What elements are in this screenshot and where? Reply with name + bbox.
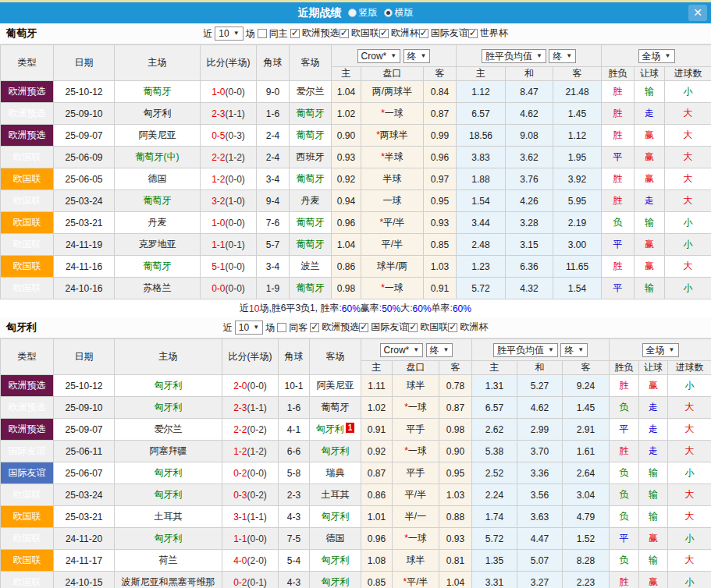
match-date: 25-09-10 bbox=[54, 397, 115, 419]
bookmaker-dropdown[interactable]: Crow*▼ bbox=[380, 343, 424, 357]
goals-result-cell: 小 bbox=[665, 234, 711, 256]
col-type: 类型 bbox=[1, 45, 54, 81]
league-checkbox[interactable]: 世界杯 bbox=[468, 27, 508, 40]
checkbox-icon[interactable] bbox=[359, 323, 368, 332]
match-count-dropdown[interactable]: 10▼ bbox=[235, 321, 263, 335]
result-cell: 负 bbox=[610, 484, 639, 506]
same-venue-checkbox[interactable]: 同客 bbox=[277, 321, 308, 335]
avg-draw: 4.26 bbox=[506, 190, 553, 212]
handicap-text: 半/一 bbox=[405, 511, 426, 522]
home-odds: 0.92 bbox=[332, 168, 361, 190]
handicap-result-cell: 赢 bbox=[635, 168, 665, 190]
col-odds-away: 客 bbox=[439, 361, 472, 375]
result-cell: 平 bbox=[610, 528, 639, 550]
avg-away: 2.64 bbox=[563, 462, 610, 484]
layout-radio-horizontal[interactable]: 横版 bbox=[384, 6, 414, 19]
checkbox-icon[interactable] bbox=[290, 29, 300, 38]
league-checkbox[interactable]: 国际友谊 bbox=[419, 27, 468, 40]
halftime-score: (1-1) bbox=[247, 512, 267, 522]
odds-period-dropdown[interactable]: 终▼ bbox=[426, 343, 453, 357]
handicap-text: 平手 bbox=[407, 423, 425, 434]
odds-period-dropdown[interactable]: 终▼ bbox=[403, 49, 431, 63]
col-result: 胜负 bbox=[610, 361, 639, 375]
checkbox-icon[interactable] bbox=[419, 29, 428, 38]
away-odds: 0.91 bbox=[424, 278, 457, 299]
page-title: 近期战绩 bbox=[298, 6, 342, 20]
home-team: 匈牙利 bbox=[115, 484, 222, 506]
match-count-dropdown[interactable]: 10▼ bbox=[215, 27, 243, 41]
league-checkbox[interactable]: 欧洲预选 bbox=[290, 27, 340, 40]
checkbox-icon[interactable] bbox=[468, 29, 478, 38]
layout-radio-vertical[interactable]: 竖版 bbox=[348, 6, 378, 19]
home-team: 匈牙利 bbox=[115, 462, 222, 484]
result-group-header: 全场▼ bbox=[610, 339, 711, 361]
league-checkbox[interactable]: 欧洲杯 bbox=[379, 27, 419, 40]
radio-checked-icon[interactable] bbox=[384, 9, 393, 17]
match-row: 欧国联25-03-24葡萄牙3-2(1-0)9-4丹麦0.94一球0.951.5… bbox=[1, 190, 711, 212]
corner-cell: 5-7 bbox=[257, 234, 290, 256]
away-team-name: 匈牙利 bbox=[322, 511, 350, 522]
league-label: 国际友谊 bbox=[431, 27, 468, 40]
corner-cell: 9-4 bbox=[257, 190, 290, 212]
avg-draw: 3.27 bbox=[517, 572, 563, 588]
avg-home: 1.54 bbox=[457, 190, 506, 212]
league-checkbox[interactable]: 欧洲预选 bbox=[310, 321, 359, 334]
handicap-text: 平/半 bbox=[382, 239, 403, 250]
avg-period-dropdown[interactable]: 终▼ bbox=[560, 343, 588, 357]
home-odds: 0.96 bbox=[332, 212, 361, 234]
handicap-result-cell: 输 bbox=[639, 506, 668, 528]
away-team-name: 匈牙利 bbox=[322, 576, 350, 587]
league-checkbox[interactable]: 欧国联 bbox=[340, 27, 379, 40]
result-cell: 胜 bbox=[602, 168, 635, 190]
handicap-cell: 两/两球半 bbox=[361, 81, 424, 103]
halftime-score: (0-0) bbox=[226, 87, 245, 97]
checkbox-icon[interactable] bbox=[277, 323, 286, 332]
goals-result-cell: 大 bbox=[668, 419, 711, 441]
wdl-average-dropdown[interactable]: 胜平负均值▼ bbox=[482, 49, 546, 63]
avg-draw: 3.76 bbox=[506, 168, 553, 190]
handicap-cell: *平/半 bbox=[393, 572, 439, 588]
summary-stat: 近 bbox=[240, 302, 249, 315]
col-type: 类型 bbox=[1, 339, 54, 375]
fulltime-score: 2-3 bbox=[233, 402, 247, 413]
avg-home: 6.57 bbox=[457, 103, 506, 125]
checkbox-icon[interactable] bbox=[340, 29, 349, 38]
handicap-cell: 一球 bbox=[361, 190, 424, 212]
chevron-down-icon: ▼ bbox=[233, 28, 240, 39]
handicap-result-cell: 赢 bbox=[639, 528, 668, 550]
result-cell: 胜 bbox=[602, 103, 635, 125]
home-team-name: 阿美尼亚 bbox=[139, 129, 176, 140]
team-name: 葡萄牙 bbox=[6, 27, 37, 41]
checkbox-icon[interactable] bbox=[408, 323, 418, 332]
result-cell: 平 bbox=[602, 147, 635, 168]
avg-draw: 4.47 bbox=[517, 528, 563, 550]
home-team-name: 葡萄牙 bbox=[144, 260, 172, 271]
close-icon[interactable]: ✕ bbox=[688, 5, 707, 21]
chevron-down-icon: ▼ bbox=[566, 51, 572, 62]
checkbox-icon[interactable] bbox=[448, 323, 457, 332]
goals-result-cell: 小 bbox=[668, 572, 711, 588]
result-cell: 负 bbox=[610, 397, 639, 419]
result-cell: 负 bbox=[610, 550, 639, 572]
checkbox-icon[interactable] bbox=[258, 29, 267, 38]
league-checkbox[interactable]: 国际友谊 bbox=[359, 321, 408, 334]
avg-period-dropdown[interactable]: 终▼ bbox=[549, 49, 576, 63]
score-cell: 3-2(1-0) bbox=[201, 190, 257, 212]
corner-cell: 2-3 bbox=[279, 484, 310, 506]
league-checkbox[interactable]: 欧国联 bbox=[408, 321, 448, 334]
avg-away: 5.95 bbox=[553, 190, 602, 212]
avg-home: 1.12 bbox=[457, 81, 506, 103]
scope-dropdown[interactable]: 全场▼ bbox=[638, 49, 675, 63]
scope-dropdown[interactable]: 全场▼ bbox=[642, 343, 679, 357]
wdl-average-dropdown[interactable]: 胜平负均值▼ bbox=[493, 343, 558, 357]
checkbox-icon[interactable] bbox=[379, 29, 389, 38]
checkbox-icon[interactable] bbox=[310, 323, 319, 332]
bookmaker-dropdown[interactable]: Crow*▼ bbox=[357, 49, 401, 63]
same-venue-checkbox[interactable]: 同主 bbox=[258, 27, 288, 41]
result-cell: 胜 bbox=[610, 441, 639, 462]
away-team-name: 丹麦 bbox=[301, 195, 320, 206]
radio-icon[interactable] bbox=[348, 9, 357, 17]
league-checkbox[interactable]: 欧洲杯 bbox=[448, 321, 488, 334]
avg-home: 1.88 bbox=[457, 168, 506, 190]
avg-home: 18.56 bbox=[457, 125, 506, 147]
